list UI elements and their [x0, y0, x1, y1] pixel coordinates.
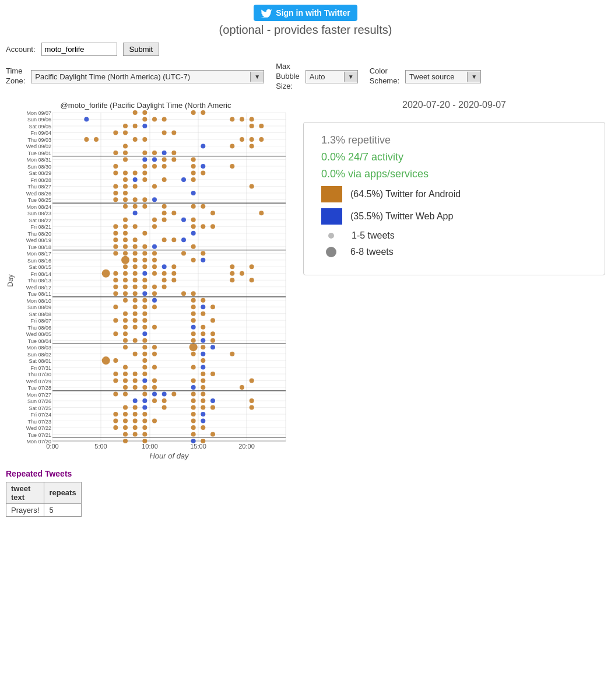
- svg-point-300: [191, 318, 196, 323]
- svg-point-293: [142, 311, 147, 316]
- svg-point-176: [133, 184, 138, 188]
- svg-point-340: [201, 365, 205, 369]
- svg-point-314: [123, 338, 128, 342]
- settings-row: Time Zone: Pacific Daylight Time (North …: [0, 60, 611, 94]
- svg-point-303: [133, 324, 138, 329]
- svg-point-231: [181, 251, 186, 256]
- color-dropdown[interactable]: Tweet source ▼: [405, 70, 481, 83]
- svg-point-179: [113, 191, 118, 195]
- svg-text:Tue 08/04: Tue 08/04: [28, 338, 51, 344]
- svg-point-147: [162, 150, 167, 155]
- svg-text:Thu 07/23: Thu 07/23: [27, 418, 51, 424]
- svg-text:Thu 08/06: Thu 08/06: [27, 324, 51, 330]
- svg-point-281: [152, 298, 157, 302]
- svg-text:Thu 09/03: Thu 09/03: [27, 137, 51, 143]
- x-axis-label: Hour of day: [149, 452, 189, 460]
- svg-point-240: [133, 264, 138, 269]
- svg-point-212: [142, 230, 147, 235]
- svg-point-187: [123, 204, 128, 209]
- svg-text:Mon 08/31: Mon 08/31: [26, 157, 51, 163]
- bubble-label: Max Bubble Size:: [276, 62, 299, 92]
- svg-point-269: [152, 284, 157, 289]
- svg-point-291: [123, 311, 128, 316]
- svg-point-332: [102, 356, 110, 365]
- svg-point-309: [123, 331, 128, 336]
- svg-text:Sun 08/09: Sun 08/09: [27, 304, 51, 310]
- svg-point-148: [171, 150, 176, 155]
- svg-point-330: [201, 351, 205, 356]
- svg-point-166: [191, 170, 196, 175]
- svg-point-413: [201, 439, 205, 443]
- svg-point-406: [133, 432, 138, 436]
- svg-point-283: [201, 298, 205, 302]
- svg-point-407: [142, 432, 147, 436]
- svg-point-230: [152, 251, 157, 256]
- svg-point-142: [250, 144, 254, 148]
- svg-point-129: [123, 130, 128, 135]
- svg-point-369: [201, 391, 205, 396]
- svg-point-390: [191, 412, 196, 416]
- timezone-arrow[interactable]: ▼: [250, 72, 264, 82]
- svg-text:Wed 08/19: Wed 08/19: [26, 237, 51, 243]
- svg-point-298: [133, 318, 138, 323]
- svg-text:Tue 09/01: Tue 09/01: [28, 150, 51, 156]
- svg-point-194: [162, 211, 167, 215]
- stat-repetitive: 1.3% repetitive: [321, 134, 593, 146]
- svg-point-277: [191, 291, 196, 296]
- header: Sign in with Twitter (optional - provide…: [0, 0, 611, 39]
- svg-point-261: [162, 278, 167, 282]
- svg-text:Tue 08/25: Tue 08/25: [28, 197, 51, 203]
- account-input[interactable]: [41, 43, 117, 56]
- svg-point-252: [152, 271, 157, 275]
- svg-point-124: [133, 124, 138, 128]
- svg-point-139: [123, 144, 128, 148]
- svg-point-189: [142, 204, 147, 209]
- color-arrow[interactable]: ▼: [467, 72, 480, 82]
- svg-text:Fri 07/24: Fri 07/24: [30, 412, 51, 418]
- svg-text:Sun 08/30: Sun 08/30: [27, 164, 51, 170]
- svg-point-257: [113, 278, 118, 282]
- svg-point-190: [162, 204, 167, 209]
- svg-point-352: [191, 378, 196, 383]
- svg-point-305: [152, 324, 157, 329]
- svg-point-140: [201, 144, 205, 148]
- svg-point-155: [113, 164, 118, 169]
- svg-point-170: [142, 177, 147, 182]
- svg-point-355: [123, 385, 128, 390]
- bubble-dropdown[interactable]: Auto ▼: [306, 70, 358, 83]
- svg-point-130: [162, 130, 167, 135]
- submit-button[interactable]: Submit: [123, 43, 159, 56]
- account-label: Account:: [6, 45, 36, 54]
- twitter-signin-button[interactable]: Sign in with Twitter: [254, 5, 357, 21]
- svg-point-122: [250, 117, 254, 121]
- svg-point-228: [133, 251, 138, 256]
- svg-point-250: [133, 271, 138, 275]
- svg-point-200: [162, 218, 167, 222]
- svg-point-290: [210, 304, 215, 309]
- svg-point-137: [250, 137, 254, 142]
- legend-webapp: (35.5%) Twitter Web App: [321, 208, 593, 225]
- chart-title: @moto_forlife (Pacific Daylight Time (No…: [61, 101, 231, 110]
- svg-point-346: [210, 372, 215, 376]
- repeated-tweets-title: Repeated Tweets: [6, 469, 605, 478]
- svg-point-192: [201, 204, 205, 209]
- svg-point-135: [142, 137, 147, 142]
- svg-point-169: [133, 177, 138, 182]
- svg-point-267: [133, 284, 138, 289]
- svg-point-301: [210, 318, 215, 323]
- svg-point-271: [113, 291, 118, 296]
- svg-point-112: [133, 110, 138, 115]
- svg-point-217: [162, 237, 167, 242]
- bubble-arrow[interactable]: ▼: [344, 72, 357, 82]
- svg-point-165: [142, 170, 147, 175]
- timezone-dropdown[interactable]: Pacific Daylight Time (North America) (U…: [31, 70, 264, 83]
- svg-point-311: [191, 331, 196, 336]
- svg-point-158: [162, 164, 167, 169]
- svg-point-232: [201, 251, 205, 256]
- svg-point-156: [142, 164, 147, 169]
- timezone-label: Time Zone:: [6, 66, 25, 86]
- svg-point-336: [123, 365, 128, 369]
- svg-point-119: [162, 117, 167, 121]
- svg-point-178: [250, 184, 254, 188]
- svg-text:Thu 07/30: Thu 07/30: [27, 372, 51, 377]
